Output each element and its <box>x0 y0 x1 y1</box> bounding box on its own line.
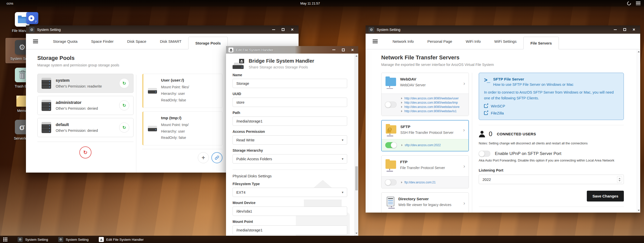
sftp-toggle[interactable] <box>385 142 397 148</box>
minimize-button[interactable] <box>272 29 275 30</box>
webdav-toggle[interactable] <box>385 102 397 108</box>
scroll-up-arrow[interactable] <box>638 51 640 52</box>
minimize-button[interactable] <box>332 50 335 50</box>
tab-disk-smart[interactable]: Disk SMART <box>153 34 188 49</box>
client-link-winscp[interactable]: WinSCP <box>484 104 619 108</box>
listening-port-value: 2022 <box>482 177 491 182</box>
webdav-url[interactable]: http://dev.arozos.com:8080/webdav/user <box>404 97 459 100</box>
server-card-directory[interactable]: Directory Server Web file viewer for leg… <box>381 192 469 213</box>
tab-file-servers[interactable]: File Servers <box>523 37 559 49</box>
tab-network-info[interactable]: Network Info <box>386 34 421 49</box>
refresh-pool-button[interactable]: ↻ <box>119 100 129 110</box>
window-edit-file-system-handler: Edit File System Handler × Bridge File S… <box>226 46 358 236</box>
server-icon <box>42 100 51 111</box>
taskbar-item-system-setting-2[interactable]: ⚙ System Setting <box>58 237 89 242</box>
filesystem-type-select[interactable]: EXT4 ▾ <box>233 188 347 197</box>
number-spinner[interactable] <box>617 176 622 183</box>
tab-disk-space[interactable]: Disk Space <box>120 34 153 49</box>
chevron-right-icon[interactable]: › <box>463 200 465 206</box>
titlebar[interactable]: Edit File System Handler × <box>226 46 358 54</box>
listening-port-input[interactable]: 2022 <box>479 175 624 184</box>
pool-name: administrator <box>56 100 98 105</box>
server-card-sftp[interactable]: SFTP SSH File Transfer Protocol Server ›… <box>381 120 469 151</box>
pool-name: default <box>56 123 98 127</box>
top-menubar: ccns May 11 21:57 <box>0 0 644 7</box>
handler-title: Bridge File System Handler <box>249 58 314 64</box>
save-changes-button[interactable]: Save Changes <box>587 191 624 201</box>
spinner-up-icon[interactable] <box>619 178 621 179</box>
refresh-pool-button[interactable]: ↻ <box>119 123 129 133</box>
sidebar-toggle-icon[interactable] <box>373 39 378 43</box>
scroll-up-arrow[interactable] <box>356 55 358 57</box>
storage-hierarchy-select[interactable]: Public Access Folders ▾ <box>233 154 347 164</box>
tab-wifi-settings[interactable]: WiFi Settings <box>488 34 523 49</box>
ftp-toggle[interactable] <box>385 179 397 185</box>
spinner-down-icon[interactable] <box>619 180 621 181</box>
maximize-button[interactable] <box>282 28 284 31</box>
ftp-url[interactable]: ftp://dev.arozos.com:21 <box>404 181 436 184</box>
maximize-button[interactable] <box>623 28 626 31</box>
path-input[interactable] <box>233 116 347 126</box>
titlebar[interactable]: ⚙ System Setting × <box>366 25 640 34</box>
maximize-button[interactable] <box>342 49 345 51</box>
name-input[interactable] <box>233 79 347 88</box>
close-button[interactable]: × <box>351 48 354 52</box>
tab-wifi-info[interactable]: WiFi Info <box>459 34 488 49</box>
mount-card-user[interactable]: User (user:/) Mount Point: files/ Hierar… <box>142 74 222 108</box>
chevron-right-icon[interactable]: › <box>463 80 465 86</box>
desktop-icon-music[interactable]: ♪ <box>26 12 38 24</box>
hamburger-menu-icon[interactable] <box>636 2 640 5</box>
tab-storage-pools[interactable]: Storage Pools <box>188 37 228 49</box>
tab-personal-page[interactable]: Personal Page <box>421 34 459 49</box>
pool-card-administrator[interactable]: administrator Other's Permission: denied… <box>37 96 134 115</box>
tab-space-finder[interactable]: Space Finder <box>84 34 120 49</box>
upnp-toggle[interactable] <box>479 151 490 157</box>
access-permission-select[interactable]: Read Write ▾ <box>233 135 347 145</box>
mount-point-input[interactable] <box>233 225 347 235</box>
taskbar-item-label: System Setting <box>66 238 89 241</box>
scroll-down-arrow[interactable] <box>638 210 640 211</box>
pool-card-default[interactable]: default Other's Permission: denied ↻ <box>37 118 134 137</box>
app-launcher-icon[interactable] <box>3 237 8 242</box>
mount-card-tmp[interactable]: tmp (tmp:/) Mount Point: tmp/ Hierarchy:… <box>142 111 222 146</box>
reload-all-pools-button[interactable]: ↻ <box>79 146 91 158</box>
external-link-icon <box>484 104 488 108</box>
divider <box>479 207 624 207</box>
pool-permission: Other's Permission: denied <box>56 106 98 110</box>
client-label: FileZilla <box>491 111 504 115</box>
taskbar-item-edit-fs-handler[interactable]: Edit File System Handler <box>99 237 144 242</box>
uuid-input[interactable] <box>233 98 347 107</box>
close-button[interactable]: × <box>291 27 294 32</box>
refresh-pool-button[interactable]: ↻ <box>119 78 129 88</box>
webdav-url[interactable]: http://dev.arozos.com:8080/webdav/store <box>404 105 460 109</box>
webdav-url[interactable]: http://dev.arozos.com:8080/webdav/tmp <box>404 101 458 104</box>
minimize-button[interactable] <box>614 29 617 30</box>
server-icon <box>42 78 51 89</box>
mount-device-input[interactable] <box>233 207 347 216</box>
webdav-url[interactable]: http://dev.arozos.com:8080/webdav/is1 <box>404 109 457 113</box>
titlebar[interactable]: ⚙ System Setting × <box>26 25 299 34</box>
scroll-down-arrow[interactable] <box>356 233 358 234</box>
server-name: WebDAV <box>400 77 426 82</box>
chevron-right-icon[interactable]: › <box>463 127 465 133</box>
mount-point: Mount Point: files/ <box>161 84 189 91</box>
client-link-filezilla[interactable]: FileZilla <box>484 111 619 115</box>
close-button[interactable]: × <box>633 27 635 32</box>
tab-storage-quota[interactable]: Storage Quota <box>46 34 84 49</box>
taskbar-item-system-setting-1[interactable]: ⚙ System Setting <box>18 237 48 242</box>
sync-spinner-icon[interactable] <box>626 1 632 6</box>
info-title: SFTP File Server <box>493 77 573 82</box>
pool-card-system[interactable]: system Other's Permission: readwrite ↻ <box>37 74 134 93</box>
bullet-arrow-icon <box>401 144 403 146</box>
sftp-url[interactable]: sftp://dev.arozos.com:2022 <box>405 143 441 147</box>
add-mount-button[interactable]: + <box>198 152 209 163</box>
scrollbar-thumb[interactable] <box>355 166 358 190</box>
upnp-label: Enable UPnP on SFTP Server Port <box>495 151 561 156</box>
server-card-webdav[interactable]: WebDAV WebDAV Server › http://dev.arozos… <box>381 73 469 116</box>
scrollbar[interactable] <box>355 54 358 236</box>
server-card-ftp[interactable]: FTP File Transfer Protocol Server › ftp:… <box>381 155 469 188</box>
link-mount-button[interactable] <box>211 152 222 163</box>
sidebar-toggle-icon[interactable] <box>33 39 38 43</box>
scrollbar[interactable] <box>637 50 640 213</box>
chevron-right-icon[interactable]: › <box>463 163 465 169</box>
